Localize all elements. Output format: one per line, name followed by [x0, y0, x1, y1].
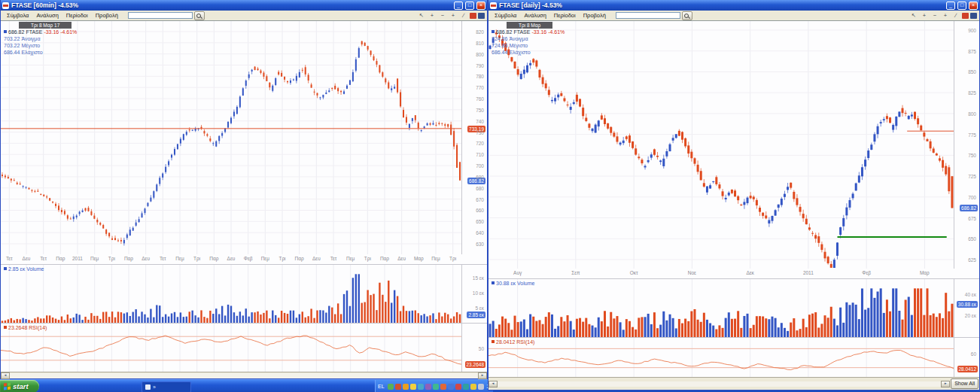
menu-analysis[interactable]: Ανάλυση	[32, 12, 62, 19]
y-axis-tick: 700	[476, 163, 484, 169]
menu-analysis[interactable]: Ανάλυση	[520, 12, 549, 19]
tray-icon[interactable]	[403, 384, 409, 390]
trendline-tool-icon[interactable]: ∕	[459, 12, 468, 20]
menu-view[interactable]: Προβολή	[92, 12, 122, 19]
titlebar[interactable]: FTASE [60min] -4.53% _ □ ×	[1, 0, 487, 11]
scroll-left-icon[interactable]: ◄	[1, 372, 10, 379]
titlebar[interactable]: FTASE [daily] -4.53% _ □ ×	[488, 0, 979, 11]
y-axis-tick: 750	[968, 153, 976, 158]
save-tool-icon[interactable]	[970, 13, 977, 19]
trendline-tool-icon[interactable]: ∕	[951, 12, 960, 20]
horizontal-scrollbar[interactable]: ◄ ►	[1, 372, 487, 378]
window-ftase-daily[interactable]: FTASE [daily] -4.53% _ □ × Σύμβολα Ανάλυ…	[488, 0, 980, 390]
scroll-left-icon[interactable]: ◄	[488, 381, 498, 387]
symbol-search-input[interactable]	[128, 12, 193, 19]
save-tool-icon[interactable]	[478, 13, 485, 19]
rsi-chart[interactable]	[1, 324, 487, 373]
search-go-button[interactable]	[682, 11, 692, 20]
y-axis-tick: 810	[476, 40, 484, 45]
minimize-button[interactable]: _	[454, 2, 463, 10]
y-axis-tick: 680	[476, 185, 484, 190]
scroll-right-icon[interactable]: ►	[478, 372, 487, 379]
volume-badge: 2.85 εκ	[467, 311, 485, 318]
x-axis-label: 2011	[799, 270, 818, 275]
y-axis-tick: 640	[476, 230, 484, 236]
zoom-in-tool-icon[interactable]: +	[428, 12, 437, 20]
horizontal-scrollbar[interactable]: ◄ ► Show All	[488, 377, 979, 390]
x-axis-label: Οκτ	[624, 270, 644, 275]
start-button[interactable]: start	[0, 380, 39, 392]
y-axis-tick: 875	[968, 48, 976, 53]
y-axis-tick: 820	[476, 29, 484, 35]
x-axis-label: Τρι	[443, 256, 463, 261]
menu-periods[interactable]: Περίοδοι	[550, 12, 580, 19]
zoom-out-tool-icon[interactable]: −	[930, 12, 939, 20]
taskbar-item[interactable]: »	[142, 381, 191, 392]
last-price-badge: 686.82	[960, 205, 978, 211]
series-bullet-icon	[4, 326, 7, 329]
y-axis-tick: 20 εκ	[965, 313, 976, 318]
search-go-button[interactable]	[194, 11, 205, 20]
volume-chart[interactable]	[488, 279, 979, 338]
volume-legend: 2.85 εκ Volume	[4, 266, 44, 272]
close-button[interactable]: ×	[969, 2, 978, 10]
price-chart[interactable]	[1, 21, 487, 254]
camera-tool-icon[interactable]	[962, 13, 969, 19]
x-axis-label: Φεβ	[857, 270, 876, 275]
tray-icon[interactable]	[463, 384, 469, 390]
symbol-search-input[interactable]	[616, 12, 680, 19]
language-indicator[interactable]: EL	[378, 384, 386, 389]
price-chart[interactable]	[488, 21, 979, 269]
menu-symbols[interactable]: Σύμβολα	[3, 12, 32, 19]
rsi-legend: 23.2648 RSI(14)	[4, 324, 47, 331]
window-ftase-60min[interactable]: FTASE [60min] -4.53% _ □ × Σύμβολα Ανάλυ…	[0, 0, 488, 379]
menu-periods[interactable]: Περίοδοι	[62, 12, 92, 19]
camera-tool-icon[interactable]	[470, 13, 476, 19]
menu-symbols[interactable]: Σύμβολα	[491, 12, 520, 19]
y-axis-tick: 690	[476, 174, 484, 179]
magnifier-icon	[196, 14, 201, 18]
tray-icon[interactable]	[395, 384, 401, 390]
pointer-tool-icon[interactable]: ↖	[417, 12, 426, 20]
crosshair-tool-icon[interactable]: +	[449, 12, 458, 20]
maximize-button[interactable]: □	[465, 2, 474, 10]
tray-icon[interactable]	[448, 384, 454, 390]
tray-icon[interactable]	[388, 384, 394, 390]
pointer-tool-icon[interactable]: ↖	[909, 12, 918, 20]
y-axis-tick: 660	[476, 208, 484, 213]
close-button[interactable]: ×	[476, 2, 485, 10]
zoom-out-tool-icon[interactable]: −	[438, 12, 447, 20]
tray-icon[interactable]	[418, 384, 424, 390]
tray-icon[interactable]	[433, 384, 439, 390]
y-axis-tick: 780	[476, 74, 484, 79]
chevron-right-icon: »	[153, 384, 156, 390]
x-axis-label: Αυγ	[508, 270, 528, 275]
show-all-button[interactable]: Show All	[951, 378, 978, 389]
tray-icon[interactable]	[478, 384, 484, 390]
crosshair-tool-icon[interactable]: +	[941, 12, 950, 20]
maximize-button[interactable]: □	[957, 2, 966, 10]
tray-icon[interactable]	[410, 384, 416, 390]
y-axis-tick: 725	[968, 174, 976, 179]
minimize-button[interactable]: _	[946, 2, 955, 10]
tray-icon[interactable]	[455, 384, 461, 390]
menu-view[interactable]: Προβολή	[580, 12, 610, 19]
scrollbar-track[interactable]	[498, 381, 941, 387]
volume-chart[interactable]	[1, 265, 487, 324]
y-axis-tick: 740	[476, 118, 484, 123]
window-icon	[145, 384, 151, 390]
y-axis-tick: 700	[968, 194, 976, 199]
scrollbar-track[interactable]	[10, 373, 478, 378]
y-axis-tick: 825	[968, 90, 976, 96]
x-axis-label: Σεπ	[566, 270, 586, 275]
y-axis-tick: 775	[968, 132, 976, 137]
rsi-badge: 28.0412	[957, 366, 978, 372]
tray-icon[interactable]	[425, 384, 431, 390]
tray-icon[interactable]	[440, 384, 446, 390]
rsi-chart[interactable]	[488, 338, 979, 378]
zoom-in-tool-icon[interactable]: +	[920, 12, 929, 20]
system-tray: EL 20:40	[375, 380, 493, 392]
scroll-right-icon[interactable]: ►	[941, 381, 950, 387]
tray-icon[interactable]	[470, 384, 476, 390]
chart-toolbar: ↖ + − + ∕	[417, 12, 485, 20]
